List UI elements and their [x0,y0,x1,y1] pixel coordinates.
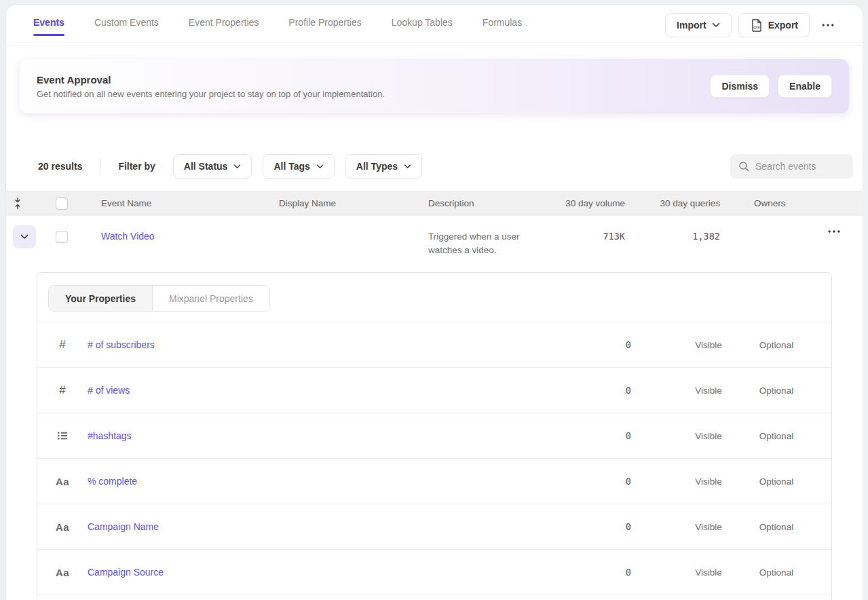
dismiss-button[interactable]: Dismiss [710,75,770,98]
property-row: Aa Campaign Name 0 Visible Optional [37,504,831,550]
event-description: Triggered when a user watches a video. [428,231,520,255]
chevron-down-icon [20,234,29,240]
property-count: 0 [626,430,631,441]
collapse-all-control[interactable] [6,198,56,209]
property-name-link[interactable]: #hashtags [88,430,132,441]
status-filter-dropdown[interactable]: All Status [173,154,252,179]
search-input[interactable] [755,161,844,172]
tab-custom-events[interactable]: Custom Events [94,14,159,36]
row-overflow-menu-button[interactable] [828,230,863,233]
tab-mixpanel-properties[interactable]: Mixpanel Properties [153,286,269,311]
collapse-rows-icon [13,198,22,209]
tab-formulas[interactable]: Formulas [483,14,522,36]
banner-title: Event Approval [37,74,385,86]
svg-text:csv: csv [753,24,760,29]
overflow-menu-button[interactable] [816,20,839,31]
property-visibility: Visible [695,386,722,396]
property-visibility: Visible [695,476,722,487]
search-box[interactable] [730,154,853,179]
property-row: # # of subscribers 0 Visible Optional [37,322,831,368]
property-requirement: Optional [759,431,793,441]
divider [100,159,100,174]
ellipsis-icon [822,24,834,26]
chevron-down-icon [233,164,241,169]
header-30-day-volume: 30 day volume [557,198,625,208]
property-visibility: Visible [695,567,722,578]
property-name-link[interactable]: Campaign Source [88,567,164,578]
number-icon: # [59,383,65,397]
tab-lookup-tables[interactable]: Lookup Tables [392,14,453,36]
tags-filter-label: All Tags [273,161,309,172]
event-owners [720,216,818,230]
tab-your-properties[interactable]: Your Properties [49,286,153,311]
property-row: #hashtags 0 Visible Optional [37,413,831,459]
banner-subtitle: Get notified on all new events entering … [37,89,385,99]
header-owners: Owners [720,198,818,208]
tab-profile-properties[interactable]: Profile Properties [288,14,361,36]
row-checkbox[interactable] [56,231,68,243]
active-tab-underline [33,34,64,36]
tab-events[interactable]: Events [33,14,64,36]
header-30-day-queries: 30 day queries [625,198,720,208]
collapse-row-button[interactable] [13,225,36,248]
property-count: 0 [626,476,631,487]
export-button[interactable]: csv Export [738,13,810,37]
types-filter-label: All Types [356,161,398,172]
header-event-name: Event Name [101,198,279,208]
select-all-checkbox[interactable] [56,198,68,210]
property-row: # # of views 0 Visible Optional [37,368,831,413]
property-requirement: Optional [759,522,793,532]
property-requirement: Optional [759,476,793,487]
property-visibility: Visible [695,340,722,350]
csv-file-icon: csv [750,18,763,32]
properties-tab-group: Your Properties Mixpanel Properties [48,285,270,312]
property-row: Aa Campaign Source 0 Visible Optional [37,550,831,595]
tab-event-properties[interactable]: Event Properties [189,14,259,36]
lexicon-page: Events Custom Events Event Properties Pr… [5,4,863,600]
property-name-link[interactable]: # of subscribers [88,339,155,350]
property-count: 0 [626,567,631,578]
property-requirement: Optional [759,340,793,350]
tab-events-label: Events [33,17,64,28]
ellipsis-icon [828,230,840,233]
import-button[interactable]: Import [665,13,732,37]
header-display-name: Display Name [279,198,428,208]
status-filter-label: All Status [184,161,228,172]
banner-text: Event Approval Get notified on all new e… [37,74,385,99]
top-nav: Events Custom Events Event Properties Pr… [6,5,863,45]
tags-filter-dropdown[interactable]: All Tags [263,154,334,179]
results-count: 20 results [38,161,82,172]
event-row-watch-video: Watch Video Triggered when a user watche… [6,216,863,257]
export-button-label: Export [768,20,798,31]
event-30-day-queries: 1,382 [692,231,720,242]
import-button-label: Import [677,20,706,31]
filter-bar: 20 results Filter by All Status All Tags… [6,154,863,179]
property-row: Aa % complete 0 Visible Optional [37,459,831,504]
chevron-down-icon [404,164,411,169]
nav-actions: Import csv Export [665,13,839,37]
banner-actions: Dismiss Enable [710,75,832,98]
event-approval-banner: Event Approval Get notified on all new e… [20,59,849,113]
text-icon: Aa [56,567,69,578]
chevron-down-icon [316,164,324,169]
enable-button[interactable]: Enable [778,75,832,98]
event-name-link[interactable]: Watch Video [101,231,155,242]
text-icon: Aa [56,476,69,487]
event-30-day-volume: 713K [603,231,625,242]
nav-tabs: Events Custom Events Event Properties Pr… [33,14,522,36]
search-icon [738,161,749,172]
property-count: 0 [626,385,631,396]
types-filter-dropdown[interactable]: All Types [345,154,422,179]
number-icon: # [59,338,65,352]
text-icon: Aa [56,521,69,533]
events-table-header: Event Name Display Name Description 30 d… [6,191,863,216]
list-icon [57,431,68,440]
property-requirement: Optional [759,567,793,578]
property-name-link[interactable]: Campaign Name [88,521,159,532]
filter-by-label: Filter by [118,161,155,172]
property-name-link[interactable]: % complete [88,476,137,487]
property-name-link[interactable]: # of views [88,385,130,396]
header-description: Description [428,198,557,208]
property-count: 0 [626,521,631,532]
event-properties-panel: Your Properties Mixpanel Properties # # … [37,272,832,600]
